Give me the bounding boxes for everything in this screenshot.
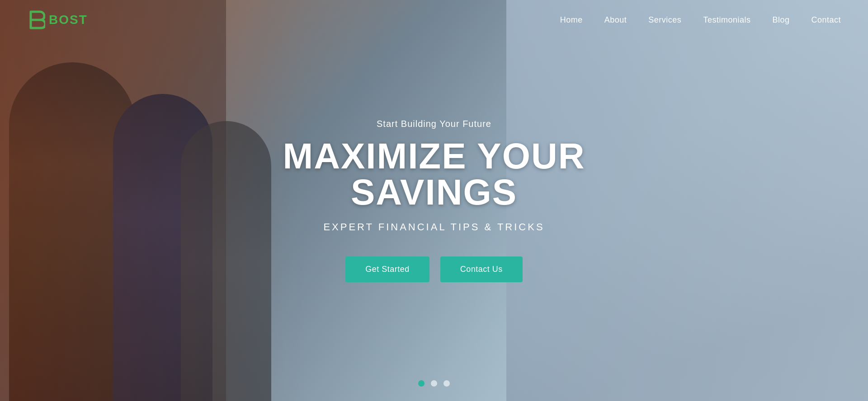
nav-link-about[interactable]: About: [604, 15, 627, 24]
nav-item-blog[interactable]: Blog: [772, 15, 789, 25]
hero-title: MAXIMIZE YOUR SAVINGS: [231, 138, 637, 210]
navbar: BOST Home About Services Testimonials Bl…: [0, 0, 868, 40]
carousel-dot-2[interactable]: [431, 380, 437, 387]
nav-item-services[interactable]: Services: [648, 15, 681, 25]
hero-content: Start Building Your Future MAXIMIZE YOUR…: [231, 119, 637, 282]
carousel-dot-3[interactable]: [443, 380, 450, 387]
logo-icon: [27, 10, 45, 30]
hero-subtitle: Start Building Your Future: [231, 119, 637, 129]
brand-name: BOST: [49, 13, 88, 27]
carousel-dot-1[interactable]: [418, 380, 425, 387]
nav-link-testimonials[interactable]: Testimonials: [703, 15, 750, 24]
nav-link-home[interactable]: Home: [560, 15, 583, 24]
carousel-dots: [418, 380, 450, 387]
nav-links: Home About Services Testimonials Blog Co…: [560, 15, 841, 25]
nav-item-contact[interactable]: Contact: [811, 15, 841, 25]
hero-section: BOST Home About Services Testimonials Bl…: [0, 0, 868, 401]
logo-link[interactable]: BOST: [27, 10, 88, 30]
nav-link-blog[interactable]: Blog: [772, 15, 789, 24]
nav-item-home[interactable]: Home: [560, 15, 583, 25]
nav-link-services[interactable]: Services: [648, 15, 681, 24]
get-started-button[interactable]: Get Started: [345, 256, 429, 282]
contact-us-button[interactable]: Contact Us: [440, 256, 523, 282]
nav-item-about[interactable]: About: [604, 15, 627, 25]
nav-link-contact[interactable]: Contact: [811, 15, 841, 24]
hero-buttons: Get Started Contact Us: [231, 256, 637, 282]
hero-tagline: EXPERT FINANCIAL TIPS & TRICKS: [231, 221, 637, 233]
nav-item-testimonials[interactable]: Testimonials: [703, 15, 750, 25]
